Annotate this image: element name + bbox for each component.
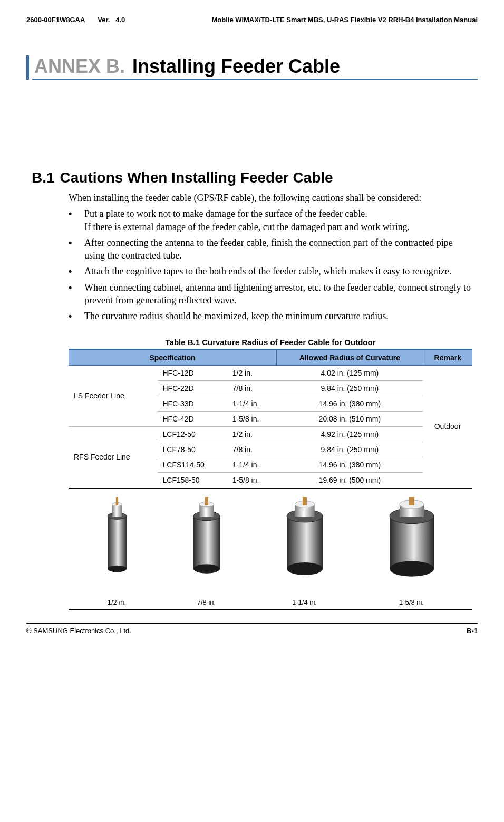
footer-copyright: © SAMSUNG Electronics Co., Ltd.	[26, 627, 131, 635]
th-spec: Specification	[69, 349, 277, 365]
doc-id: 2600-00F1W8GAA	[26, 16, 85, 24]
bullet-text: When connecting cabinet, antenna and lig…	[84, 281, 472, 307]
cable-illustration: 1/2 in.	[102, 495, 132, 606]
ver-label: Ver.	[98, 16, 110, 24]
cell-size: 1-5/8 in.	[227, 411, 277, 426]
section-intro: When installing the feeder cable (GPS/RF…	[69, 192, 472, 204]
spec-table: Specification Allowed Radius of Curvatur…	[69, 349, 472, 489]
bullet-text: Put a plate to work not to make damage f…	[84, 207, 410, 233]
svg-point-17	[287, 562, 323, 575]
bullet-text: The curvature radius should be maximized…	[84, 310, 389, 322]
bullet-text: After connecting the antenna to the feed…	[84, 236, 472, 262]
table-caption: Table B.1 Curvature Radius of Feeder Cab…	[69, 338, 472, 347]
cell-radius: 9.84 in. (250 mm)	[277, 380, 423, 396]
footer: © SAMSUNG Electronics Co., Ltd. B-1	[26, 623, 478, 635]
cable-illustration: 1-5/8 in.	[384, 495, 439, 606]
svg-rect-6	[193, 516, 220, 569]
annex-heading-block: ANNEX B. Installing Feeder Cable	[26, 55, 478, 80]
bullet-item: •When connecting cabinet, antenna and li…	[69, 281, 472, 307]
cell-radius: 19.69 in. (500 mm)	[277, 472, 423, 488]
svg-point-5	[108, 565, 127, 572]
cable-icon	[102, 495, 132, 595]
bullet-dot-icon: •	[69, 310, 76, 322]
svg-rect-22	[409, 497, 414, 505]
bullet-item: •After connecting the antenna to the fee…	[69, 236, 472, 262]
cable-label: 1-5/8 in.	[399, 598, 424, 606]
cell-radius: 4.02 in. (125 mm)	[277, 365, 423, 380]
cable-icon	[282, 495, 328, 595]
cable-label: 1-1/4 in.	[292, 598, 317, 606]
svg-rect-4	[115, 497, 118, 505]
th-radius: Allowed Radius of Curvature	[277, 349, 423, 365]
table-row: RFS Feeder LineLCF12-501/2 in.4.92 in. (…	[69, 426, 472, 442]
cell-size: 7/8 in.	[227, 442, 277, 457]
th-remark: Remark	[423, 349, 472, 365]
footer-page: B-1	[467, 627, 478, 635]
annex-prefix: ANNEX B.	[34, 55, 125, 78]
cable-illustration: 7/8 in.	[188, 495, 225, 606]
bullet-dot-icon: •	[69, 265, 76, 278]
cell-group: LS Feeder Line	[69, 365, 158, 426]
product-title: Mobile WiMAX/TD-LTE Smart MBS, U-RAS Fle…	[211, 16, 478, 24]
svg-rect-10	[205, 497, 208, 505]
cell-model: LCF78-50	[158, 442, 227, 457]
bullet-list: •Put a plate to work not to make damage …	[69, 207, 472, 322]
section-title: Cautions When Installing Feeder Cable	[60, 169, 333, 186]
cell-radius: 9.84 in. (250 mm)	[277, 442, 423, 457]
bullet-dot-icon: •	[69, 207, 76, 233]
svg-rect-12	[287, 516, 323, 569]
section-heading: B.1 Cautions When Installing Feeder Cabl…	[32, 169, 478, 186]
ver-value: 4.0	[115, 16, 125, 24]
cable-illustration: 1-1/4 in.	[282, 495, 328, 606]
cell-size: 7/8 in.	[227, 380, 277, 396]
cell-model: HFC-33D	[158, 396, 227, 411]
cell-model: HFC-42D	[158, 411, 227, 426]
cell-size: 1/2 in.	[227, 365, 277, 380]
ver-group: Ver. 4.0	[98, 16, 125, 24]
svg-rect-0	[108, 516, 127, 569]
cell-radius: 4.92 in. (125 mm)	[277, 426, 423, 442]
header-left: 2600-00F1W8GAA Ver. 4.0	[26, 16, 125, 24]
bullet-dot-icon: •	[69, 236, 76, 262]
cell-model: HFC-22D	[158, 380, 227, 396]
cell-size: 1-5/8 in.	[227, 472, 277, 488]
cell-size: 1-1/4 in.	[227, 457, 277, 472]
cell-radius: 14.96 in. (380 mm)	[277, 457, 423, 472]
cell-model: LCFS114-50	[158, 457, 227, 472]
cell-model: LCF12-50	[158, 426, 227, 442]
cable-icon	[384, 495, 439, 595]
header-row: 2600-00F1W8GAA Ver. 4.0 Mobile WiMAX/TD-…	[26, 16, 478, 24]
cable-label: 1/2 in.	[108, 598, 126, 606]
bullet-item: •The curvature radius should be maximize…	[69, 310, 472, 322]
svg-point-11	[193, 564, 220, 574]
cell-group: RFS Feeder Line	[69, 426, 158, 488]
cell-model: HFC-12D	[158, 365, 227, 380]
bullet-text: Attach the cognitive tapes to the both e…	[84, 265, 451, 278]
cell-remark: Outdoor	[423, 365, 472, 488]
bullet-dot-icon: •	[69, 281, 76, 307]
section-number: B.1	[32, 169, 55, 186]
cable-images-row: 1/2 in. 7/8 in. 1-1/4 in. 1-5/8 in.	[69, 489, 472, 609]
svg-point-23	[390, 561, 434, 576]
bullet-item: •Attach the cognitive tapes to the both …	[69, 265, 472, 278]
cell-size: 1/2 in.	[227, 426, 277, 442]
cable-label: 7/8 in.	[197, 598, 216, 606]
cell-radius: 20.08 in. (510 mm)	[277, 411, 423, 426]
table-row: LS Feeder LineHFC-12D1/2 in.4.02 in. (12…	[69, 365, 472, 380]
svg-rect-16	[302, 497, 306, 505]
cell-model: LCF158-50	[158, 472, 227, 488]
cell-radius: 14.96 in. (380 mm)	[277, 396, 423, 411]
bullet-item: •Put a plate to work not to make damage …	[69, 207, 472, 233]
annex-title: Installing Feeder Cable	[132, 55, 340, 78]
cell-size: 1-1/4 in.	[227, 396, 277, 411]
cable-icon	[188, 495, 225, 595]
